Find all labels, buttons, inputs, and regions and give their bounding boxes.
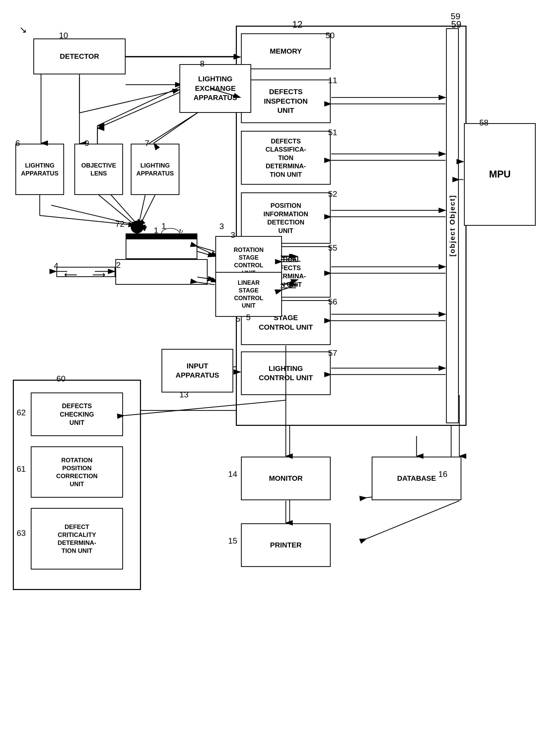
monitor-number: 14 bbox=[228, 470, 237, 479]
focus-number: 72 bbox=[115, 219, 124, 229]
lighting-right-number: 7 bbox=[145, 139, 149, 148]
detector-label: DETECTOR bbox=[60, 52, 99, 61]
lighting-control-box: LIGHTING CONTROL UNIT bbox=[241, 352, 331, 395]
memory-number: 50 bbox=[326, 31, 335, 40]
memory-box: MEMORY bbox=[241, 33, 331, 69]
input-apparatus-label: INPUT APPARATUS bbox=[176, 361, 219, 380]
linear-arrow bbox=[281, 282, 297, 290]
stage-number: 1 bbox=[154, 226, 158, 235]
rotation-position-box: ROTATION POSITION CORRECTION UNIT bbox=[31, 446, 123, 498]
objective-lens-label: OBJECTIVE LENS bbox=[75, 161, 122, 177]
left-arrow: ⟵ bbox=[64, 269, 78, 280]
detector-box: DETECTOR bbox=[33, 38, 126, 75]
rotation-stage-number: 3 bbox=[231, 230, 235, 240]
printer-label: PRINTER bbox=[270, 540, 302, 550]
input-apparatus-box: INPUT APPARATUS bbox=[162, 349, 233, 392]
stage-platform bbox=[126, 239, 197, 259]
mpu-number: 58 bbox=[479, 118, 489, 128]
defects-classification-number: 51 bbox=[328, 128, 337, 137]
stage-base bbox=[115, 259, 208, 285]
svg-text:↻: ↻ bbox=[179, 228, 183, 234]
database-label: DATABASE bbox=[397, 474, 436, 483]
lighting-right-box: LIGHTING APPARATUS bbox=[131, 144, 179, 195]
defects-checking-box: DEFECTS CHECKING UNIT bbox=[31, 392, 123, 436]
defects-inspection-label: DEFECTS INSPECTION UNIT bbox=[264, 87, 307, 115]
defects-inspection-box: DEFECTS INSPECTION UNIT bbox=[241, 80, 331, 123]
control-unit-number: 59 bbox=[451, 19, 461, 30]
svg-line-67 bbox=[197, 251, 215, 256]
database-box: DATABASE bbox=[372, 457, 461, 500]
defects-inspection-number: 11 bbox=[328, 76, 337, 85]
printer-number: 15 bbox=[228, 536, 237, 545]
monitor-label: MONITOR bbox=[269, 474, 303, 483]
detector-number: 10 bbox=[59, 31, 68, 40]
defect-criticality-number: 63 bbox=[17, 528, 26, 538]
linear-stage-box: LINEAR STAGE CONTROL UNIT bbox=[215, 272, 282, 317]
defects-classification-box: DEFECTS CLASSIFICA- TION DETERMINA- TION… bbox=[241, 131, 331, 185]
lighting-exchange-box: LIGHTING EXCHANGE APPARATUS bbox=[179, 64, 251, 113]
stage-control-number: 56 bbox=[328, 297, 337, 307]
lighting-exchange-label: LIGHTING EXCHANGE APPARATUS bbox=[194, 75, 237, 102]
svg-line-60 bbox=[154, 113, 197, 143]
defects-checking-label: DEFECTS CHECKING UNIT bbox=[60, 402, 94, 427]
svg-line-59 bbox=[97, 87, 179, 126]
lighting-exchange-number: 8 bbox=[200, 59, 205, 68]
mpu-label: MPU bbox=[489, 168, 510, 180]
svg-line-11 bbox=[51, 205, 139, 226]
rotation-position-number: 61 bbox=[17, 464, 26, 474]
lighting-left-box: LIGHTING APPARATUS bbox=[16, 144, 64, 195]
svg-text:1: 1 bbox=[162, 221, 166, 231]
linear-stage-number: 5 bbox=[236, 314, 240, 324]
svg-line-66 bbox=[140, 195, 155, 226]
focus-point bbox=[131, 221, 144, 233]
memory-label: MEMORY bbox=[270, 47, 302, 56]
linear-stage-label: LINEAR STAGE CONTROL UNIT bbox=[234, 279, 263, 310]
stage-rail-number: 4 bbox=[54, 261, 58, 271]
right-arrow: ⟶ bbox=[92, 269, 106, 280]
lighting-control-number: 57 bbox=[328, 348, 337, 358]
lighting-right-label: LIGHTING APPARATUS bbox=[136, 161, 174, 177]
svg-line-14 bbox=[149, 113, 197, 144]
mpu-box: MPU bbox=[464, 123, 536, 226]
defects-checking-number: 62 bbox=[17, 408, 26, 417]
objective-lens-number: 9 bbox=[85, 139, 89, 148]
rotation-arrow bbox=[281, 254, 297, 262]
database-number: 16 bbox=[438, 470, 447, 479]
outer-group-number: 60 bbox=[56, 374, 66, 384]
position-info-label: POSITION INFORMATION DETECTION UNIT bbox=[264, 201, 309, 235]
lighting-left-number: 6 bbox=[16, 139, 20, 148]
defects-classification-label: DEFECTS CLASSIFICA- TION DETERMINA- TION… bbox=[266, 137, 306, 179]
monitor-box: MONITOR bbox=[241, 457, 331, 500]
printer-box: PRINTER bbox=[241, 523, 331, 567]
control-unit-label: [object Object] bbox=[448, 195, 457, 256]
stage-base-number: 2 bbox=[116, 260, 121, 270]
diagram: ↘ 12 [object Object] 59 MEMORY 50 DETECT… bbox=[0, 0, 557, 756]
critical-defects-number: 55 bbox=[328, 243, 337, 253]
lighting-left-label: LIGHTING APPARATUS bbox=[21, 161, 58, 177]
objective-lens-box: OBJECTIVE LENS bbox=[74, 144, 123, 195]
stage-platform-top bbox=[126, 233, 197, 239]
rotation-position-label: ROTATION POSITION CORRECTION UNIT bbox=[56, 456, 97, 488]
control-unit-bar: [object Object] bbox=[446, 28, 459, 423]
defect-criticality-box: DEFECT CRITICALITY DETERMINA- TION UNIT bbox=[31, 508, 123, 569]
svg-line-68 bbox=[197, 246, 215, 251]
main-box-number: 12 bbox=[292, 19, 302, 30]
lighting-control-label: LIGHTING CONTROL UNIT bbox=[259, 364, 313, 383]
position-info-number: 52 bbox=[328, 189, 337, 199]
svg-text:3: 3 bbox=[219, 222, 224, 231]
defect-criticality-label: DEFECT CRITICALITY DETERMINA- TION UNIT bbox=[58, 523, 96, 555]
svg-line-98 bbox=[367, 501, 459, 539]
svg-line-56 bbox=[80, 90, 179, 113]
input-apparatus-number: 13 bbox=[179, 390, 189, 399]
system-arrow: ↘ bbox=[19, 24, 27, 35]
